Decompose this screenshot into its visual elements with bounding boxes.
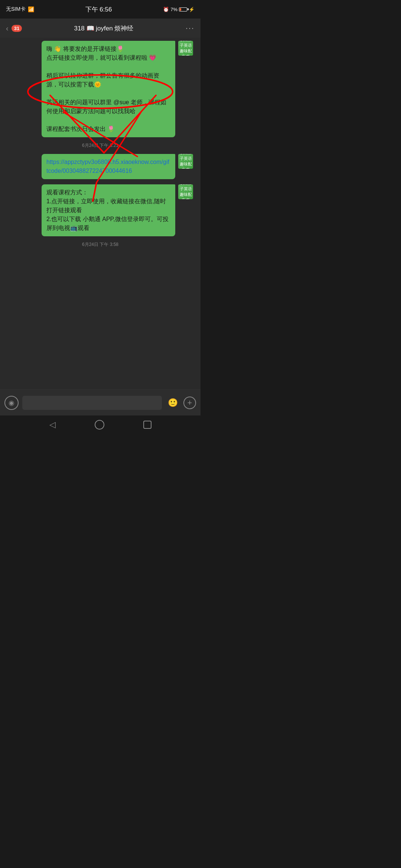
chat-title: 318 📖 joyfen 烦神经 [74,24,133,33]
message-row: Sue亲子英语趣味配套书 观看课程方式：1.点开链接，立即使用，收藏链接在微信,… [4,184,196,236]
add-icon: + [188,398,192,408]
back-arrow-icon: ‹ [6,24,9,33]
timestamp: 6月24日 下午 3:58 [4,241,196,248]
avatar-text: Sue亲子英语趣味配套书 [178,154,193,169]
alarm-icon: ⏰ [163,7,169,12]
wifi-icon: 📶 [28,6,34,12]
battery-percent: 7% [170,7,177,12]
message-bubble-link[interactable]: https://appzctypv3o6808.h5.xiaoeknow.com… [42,154,175,179]
avatar: Sue亲子英语趣味配套书 [178,41,193,56]
timestamp: 6月24日 下午 3:21 [4,142,196,149]
nav-bar: ‹ 31 318 📖 joyfen 烦神经 ··· [0,19,200,38]
back-button[interactable]: ‹ 31 [6,24,22,33]
message-text: 嗨 👋 将要发的是开课链接🌷点开链接立即使用，就可以看到课程啦 💗稍后可以拉你进… [46,46,166,132]
message-input[interactable] [22,396,162,410]
status-right: ⏰ 7% ⚡ [163,7,195,12]
back-nav-button[interactable]: ◁ [49,420,56,430]
avatar: Sue亲子英语趣味配套书 [178,184,193,199]
avatar-text: Sue亲子英语趣味配套书 [178,184,193,199]
status-bar: 无SIM卡 📶 下午 6:56 ⏰ 7% ⚡ [0,0,200,19]
status-time: 下午 6:56 [85,5,112,14]
avatar-text: Sue亲子英语趣味配套书 [178,41,193,56]
home-button[interactable] [95,420,104,430]
sim-text: 无SIM卡 [6,6,26,13]
message-row: Sue亲子英语趣味配套书 嗨 👋 将要发的是开课链接🌷点开链接立即使用，就可以看… [4,41,196,137]
recents-button[interactable] [143,421,151,429]
charging-icon: ⚡ [189,7,195,12]
emoji-icon: 🙂 [168,398,178,407]
input-bar: ◉ 🙂 + [0,389,200,415]
emoji-button[interactable]: 🙂 [166,396,180,410]
battery-icon [179,7,187,11]
voice-button[interactable]: ◉ [4,396,19,410]
unread-badge: 31 [12,25,22,32]
avatar: Sue亲子英语趣味配套书 [178,154,193,169]
home-indicator: ◁ [0,415,200,434]
add-button[interactable]: + [183,397,196,409]
timestamp-text: 6月24日 下午 3:21 [82,143,118,148]
message-bubble: 嗨 👋 将要发的是开课链接🌷点开链接立即使用，就可以看到课程啦 💗稍后可以拉你进… [42,41,175,137]
message-link[interactable]: https://appzctypv3o6808.h5.xiaoeknow.com… [46,159,169,174]
more-button[interactable]: ··· [186,23,195,33]
voice-icon: ◉ [9,399,14,407]
message-row: Sue亲子英语趣味配套书 https://appzctypv3o6808.h5.… [4,154,196,179]
timestamp-text: 6月24日 下午 3:58 [82,242,118,247]
message-text: 观看课程方式：1.点开链接，立即使用，收藏链接在微信,随时打开链接观看2.也可以… [46,189,169,231]
status-left: 无SIM卡 📶 [6,6,34,13]
chat-area: Sue亲子英语趣味配套书 嗨 👋 将要发的是开课链接🌷点开链接立即使用，就可以看… [0,38,200,389]
back-triangle-icon: ◁ [49,420,56,430]
message-bubble: 观看课程方式：1.点开链接，立即使用，收藏链接在微信,随时打开链接观看2.也可以… [42,184,175,236]
